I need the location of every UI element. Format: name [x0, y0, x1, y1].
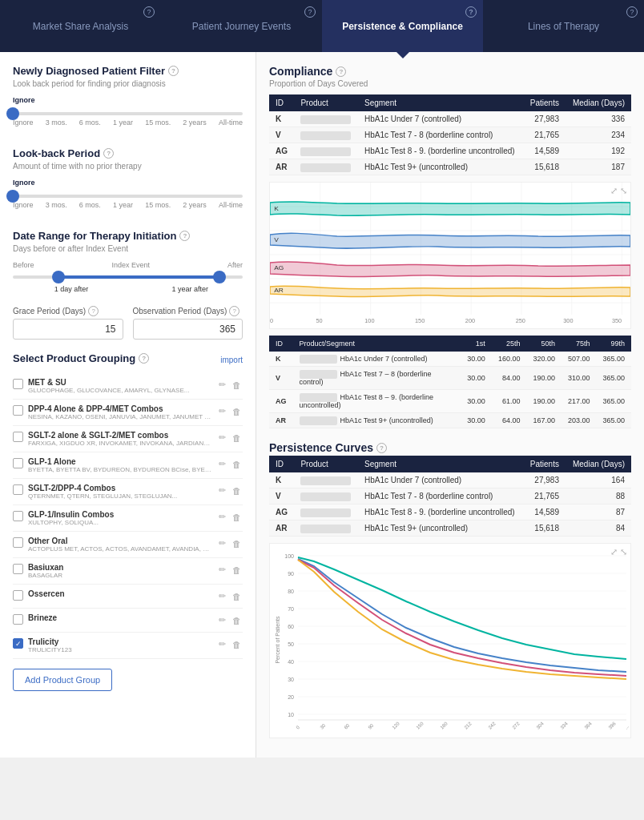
product-name: SGLT-2/DPP-4 Combos: [28, 484, 212, 492]
product-checkbox[interactable]: [13, 484, 23, 495]
main-content: Newly Diagnosed Patient Filter ? Look ba…: [0, 52, 644, 758]
persistence-help-icon[interactable]: ?: [376, 443, 387, 453]
date-range-slider[interactable]: [13, 275, 243, 279]
pers-row-product: ████: [294, 521, 358, 537]
product-checkbox[interactable]: [13, 564, 23, 574]
expand-icon[interactable]: ⤢ ⤡: [610, 186, 627, 196]
edit-icon[interactable]: ✏: [217, 589, 227, 603]
delete-icon[interactable]: 🗑: [231, 458, 243, 471]
delete-icon[interactable]: 🗑: [231, 432, 243, 444]
nav-lines-of-therapy[interactable]: ? Lines of Therapy: [483, 0, 644, 52]
svg-text:350: 350: [612, 318, 622, 324]
edit-icon[interactable]: ✏: [217, 431, 227, 444]
delete-icon[interactable]: 🗑: [231, 537, 243, 550]
product-desc: XULTOPHY, SOLIQUA...: [28, 519, 212, 526]
observation-period-help-icon[interactable]: ?: [229, 306, 239, 316]
table-row: V ████ HbA1c Test 7 - 8 (borderline cont…: [269, 127, 631, 143]
pers-row-median: 164: [566, 472, 631, 488]
product-checkbox[interactable]: ✓: [13, 638, 23, 649]
pct-row-label: ███HbA1c Under 7 (controlled): [293, 352, 461, 367]
import-link[interactable]: import: [220, 356, 243, 364]
svg-text:0: 0: [270, 318, 273, 324]
delete-icon[interactable]: 🗑: [231, 590, 243, 603]
compliance-help-icon[interactable]: ?: [336, 66, 346, 77]
edit-icon[interactable]: ✏: [217, 378, 227, 392]
grace-period-help-icon[interactable]: ?: [88, 306, 99, 316]
edit-icon[interactable]: ✏: [217, 510, 227, 524]
delete-icon[interactable]: 🗑: [231, 564, 243, 577]
svg-text:150: 150: [415, 721, 425, 730]
product-checkbox[interactable]: [13, 614, 23, 625]
persistence-expand-icon[interactable]: ⤢ ⤡: [610, 547, 627, 557]
nav-help-icon-4[interactable]: ?: [626, 6, 638, 18]
date-range-subtitle: Days before or after Index Event: [13, 244, 243, 253]
edit-icon[interactable]: ✏: [217, 484, 227, 497]
product-checkbox[interactable]: [13, 432, 23, 442]
edit-icon[interactable]: ✏: [217, 404, 227, 418]
product-grouping-help-icon[interactable]: ?: [139, 353, 149, 364]
pers-row-median: 87: [566, 504, 631, 521]
pct-row-1st: 30.00: [461, 390, 492, 413]
nav-market-share[interactable]: ? Market Share Analysis: [0, 0, 161, 52]
product-checkbox[interactable]: [13, 537, 23, 548]
nav-patient-journey[interactable]: ? Patient Journey Events: [161, 0, 322, 52]
svg-text:30: 30: [288, 677, 294, 682]
product-checkbox[interactable]: [13, 458, 23, 468]
product-checkbox[interactable]: [13, 405, 23, 416]
pers-row-patients: 27,983: [523, 472, 566, 488]
product-actions: ✏🗑: [217, 484, 243, 497]
product-checkbox[interactable]: [13, 590, 23, 601]
delete-icon[interactable]: 🗑: [231, 511, 243, 524]
delete-icon[interactable]: 🗑: [231, 379, 243, 392]
svg-text:364: 364: [583, 721, 593, 730]
product-info: GLP-1 AloneBYETTA, BYETTA BV, BYDUREON, …: [28, 457, 212, 473]
edit-icon[interactable]: ✏: [217, 613, 227, 627]
edit-icon[interactable]: ✏: [217, 457, 227, 471]
product-checkbox[interactable]: [13, 379, 23, 389]
svg-text:20: 20: [288, 694, 294, 700]
svg-text:272: 272: [511, 721, 521, 730]
delete-icon[interactable]: 🗑: [231, 484, 243, 497]
pct-row-50th: 320.00: [526, 352, 561, 367]
svg-text:Percent of Patients: Percent of Patients: [275, 616, 280, 664]
lookback-active-label: Ignore: [13, 179, 243, 187]
pers-col-product: Product: [294, 456, 358, 472]
date-range-help-icon[interactable]: ?: [179, 231, 190, 241]
date-range-thumb-labels: 1 day after 1 year after: [13, 285, 243, 293]
pct-row-1st: 30.00: [461, 413, 492, 428]
edit-icon[interactable]: ✏: [217, 637, 227, 651]
row-median: 187: [566, 159, 631, 175]
newly-diagnosed-help-icon[interactable]: ?: [168, 66, 179, 76]
row-id: AR: [269, 159, 294, 175]
nav-help-icon-2[interactable]: ?: [304, 6, 316, 18]
nav-help-icon-3[interactable]: ?: [465, 6, 477, 18]
pct-col-id: ID: [269, 336, 293, 352]
table-row: K ███HbA1c Under 7 (controlled) 30.00 16…: [269, 352, 631, 367]
product-actions: ✏🗑: [217, 457, 243, 471]
nav-persistence-compliance[interactable]: ? Persistence & Compliance: [322, 0, 483, 52]
edit-icon[interactable]: ✏: [217, 563, 227, 577]
row-id: K: [269, 111, 294, 127]
delete-icon[interactable]: 🗑: [231, 405, 243, 418]
observation-period-input[interactable]: [133, 319, 244, 340]
delete-icon[interactable]: 🗑: [231, 638, 243, 651]
add-product-button[interactable]: Add Product Group: [13, 669, 112, 691]
nav-help-icon-1[interactable]: ?: [143, 6, 155, 18]
compliance-col-segment: Segment: [358, 94, 523, 111]
lookback-help-icon[interactable]: ?: [103, 148, 114, 159]
lookback-subtitle: Amount of time with no prior therapy: [13, 162, 243, 171]
product-checkbox[interactable]: [13, 511, 23, 521]
edit-icon[interactable]: ✏: [217, 537, 227, 550]
lookback-slider[interactable]: Ignore3 mos.6 mos.1 year15 mos.2 yearsAl…: [13, 188, 243, 215]
newly-diagnosed-slider[interactable]: Ignore3 mos.6 mos.1 year15 mos.2 yearsAl…: [13, 106, 243, 133]
product-name: Trulicity: [28, 637, 212, 646]
delete-icon[interactable]: 🗑: [231, 614, 243, 627]
grace-period-input[interactable]: [13, 319, 123, 340]
percentile-table: ID Product/Segment 1st 25th 50th 75th 99…: [269, 336, 631, 428]
pct-row-1st: 30.00: [461, 352, 492, 367]
product-desc: ACTOPLUS MET, ACTOS, ACTOS, AVANDAMET, A…: [28, 545, 212, 553]
product-list-item: BasiuxanBASAGLAR✏🗑: [13, 558, 243, 585]
pers-row-id: V: [269, 488, 294, 504]
product-list-item: SGLT-2 alone & SGLT-2/MET combosFARXIGA,…: [13, 426, 243, 452]
product-list-item: GLP-1/Insulin CombosXULTOPHY, SOLIQUA...…: [13, 505, 243, 532]
